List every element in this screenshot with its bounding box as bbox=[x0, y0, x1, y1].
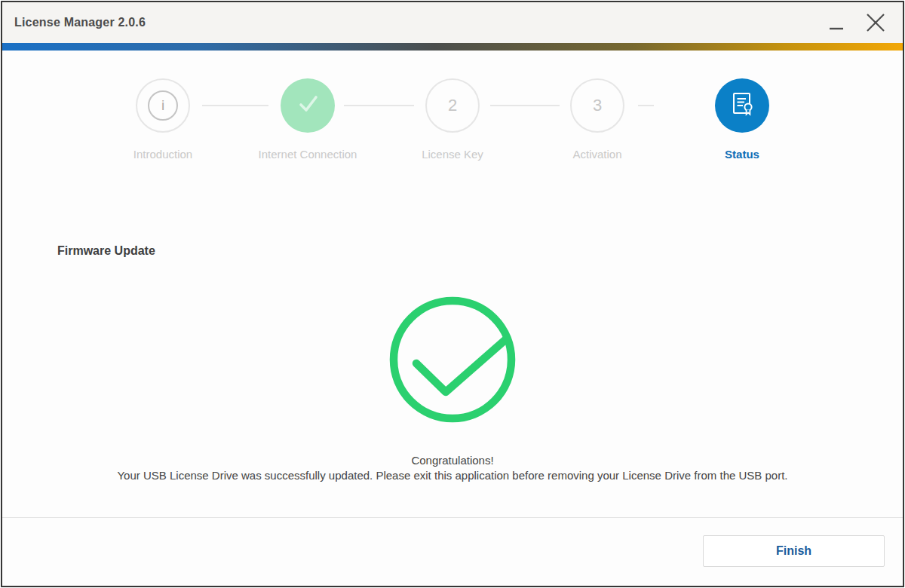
app-window: License Manager 2.0.6 bbox=[1, 1, 904, 587]
step-circle-completed bbox=[281, 78, 335, 133]
step-circle: 2 bbox=[425, 78, 480, 133]
success-check-icon bbox=[388, 296, 517, 424]
title-bar: License Manager 2.0.6 bbox=[2, 2, 903, 43]
step-circle-active bbox=[715, 78, 769, 133]
step-label: License Key bbox=[422, 148, 483, 161]
step-label: Activation bbox=[572, 148, 621, 161]
footer-bar: Finish bbox=[2, 517, 903, 586]
message-title: Congratulations! bbox=[2, 453, 903, 468]
step-connector bbox=[202, 105, 268, 106]
main-content: i Introduction Internet Connection 2 bbox=[2, 51, 903, 517]
close-icon bbox=[866, 13, 885, 32]
minimize-button[interactable] bbox=[817, 2, 856, 43]
step-number: 2 bbox=[448, 96, 457, 115]
window-title: License Manager 2.0.6 bbox=[2, 16, 146, 29]
certificate-icon bbox=[728, 90, 756, 121]
step-connector bbox=[638, 105, 654, 106]
step-status: Status bbox=[670, 78, 814, 161]
step-activation: 3 Activation bbox=[525, 78, 670, 161]
step-circle: 3 bbox=[570, 78, 624, 133]
close-button[interactable] bbox=[856, 2, 895, 43]
result-message: Congratulations! Your USB License Drive … bbox=[2, 453, 903, 483]
step-connector bbox=[490, 105, 560, 106]
finish-button[interactable]: Finish bbox=[703, 535, 885, 567]
wizard-stepper: i Introduction Internet Connection 2 bbox=[2, 78, 903, 214]
step-label: Status bbox=[725, 148, 759, 161]
info-icon: i bbox=[148, 90, 178, 121]
step-label: Introduction bbox=[133, 148, 192, 161]
check-icon bbox=[293, 89, 323, 122]
step-internet-connection: Internet Connection bbox=[235, 78, 380, 161]
step-label: Internet Connection bbox=[259, 148, 357, 161]
minimize-icon bbox=[830, 27, 843, 30]
section-title: Firmware Update bbox=[57, 244, 155, 258]
step-introduction: i Introduction bbox=[90, 78, 235, 161]
brand-gradient-bar bbox=[2, 43, 903, 51]
step-circle: i bbox=[136, 78, 190, 133]
step-number: 3 bbox=[593, 96, 602, 115]
message-body: Your USB License Drive was successfully … bbox=[2, 468, 903, 483]
step-license-key: 2 License Key bbox=[380, 78, 525, 161]
window-controls bbox=[817, 2, 903, 43]
step-connector bbox=[344, 105, 414, 106]
